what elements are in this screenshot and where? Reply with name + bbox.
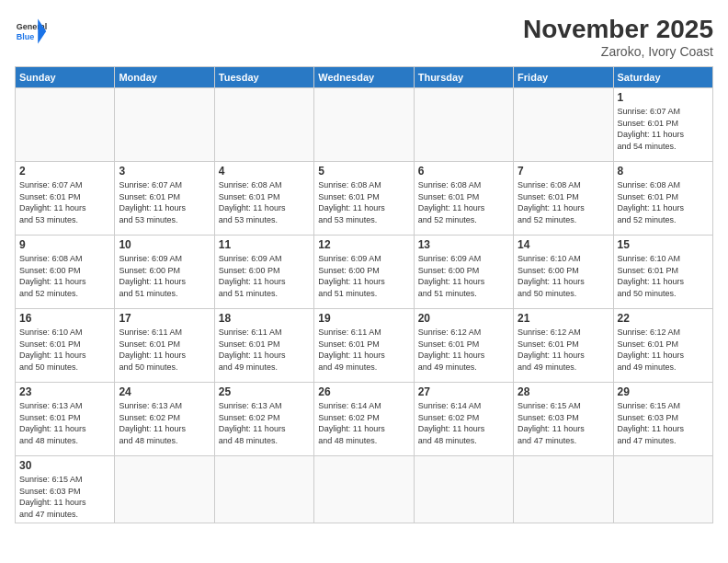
day-cell: 1Sunrise: 6:07 AMSunset: 6:01 PMDaylight… (613, 88, 712, 162)
day-cell (514, 88, 613, 162)
day-info: Sunrise: 6:10 AMSunset: 6:01 PMDaylight:… (618, 253, 709, 299)
day-number: 25 (219, 385, 310, 398)
day-number: 27 (418, 385, 509, 398)
day-info: Sunrise: 6:10 AMSunset: 6:01 PMDaylight:… (19, 327, 110, 373)
day-cell (314, 88, 414, 162)
week-row-3: 9Sunrise: 6:08 AMSunset: 6:00 PMDaylight… (16, 236, 713, 309)
day-cell: 21Sunrise: 6:12 AMSunset: 6:01 PMDayligh… (514, 309, 613, 383)
day-info: Sunrise: 6:08 AMSunset: 6:01 PMDaylight:… (418, 179, 509, 225)
day-info: Sunrise: 6:14 AMSunset: 6:02 PMDaylight:… (418, 400, 509, 446)
day-info: Sunrise: 6:09 AMSunset: 6:00 PMDaylight:… (219, 253, 310, 299)
day-number: 8 (618, 165, 709, 178)
day-number: 2 (19, 165, 110, 178)
day-info: Sunrise: 6:08 AMSunset: 6:01 PMDaylight:… (618, 179, 709, 225)
day-cell: 9Sunrise: 6:08 AMSunset: 6:00 PMDaylight… (16, 236, 115, 309)
day-info: Sunrise: 6:13 AMSunset: 6:02 PMDaylight:… (219, 400, 310, 446)
day-header-sunday: Sunday (16, 67, 115, 88)
day-number: 15 (618, 238, 709, 251)
day-info: Sunrise: 6:15 AMSunset: 6:03 PMDaylight:… (518, 400, 609, 446)
day-cell: 23Sunrise: 6:13 AMSunset: 6:01 PMDayligh… (16, 383, 115, 456)
svg-text:Blue: Blue (17, 32, 35, 41)
day-info: Sunrise: 6:14 AMSunset: 6:02 PMDaylight:… (318, 400, 409, 446)
day-number: 14 (518, 238, 609, 251)
day-info: Sunrise: 6:08 AMSunset: 6:00 PMDaylight:… (19, 253, 110, 299)
day-cell: 2Sunrise: 6:07 AMSunset: 6:01 PMDaylight… (16, 162, 115, 236)
day-info: Sunrise: 6:10 AMSunset: 6:00 PMDaylight:… (518, 253, 609, 299)
week-row-6: 30Sunrise: 6:15 AMSunset: 6:03 PMDayligh… (16, 456, 713, 523)
day-info: Sunrise: 6:09 AMSunset: 6:00 PMDaylight:… (318, 253, 409, 299)
day-info: Sunrise: 6:11 AMSunset: 6:01 PMDaylight:… (318, 327, 409, 373)
day-number: 20 (418, 312, 509, 325)
day-cell (613, 456, 712, 523)
day-cell: 8Sunrise: 6:08 AMSunset: 6:01 PMDaylight… (613, 162, 712, 236)
day-info: Sunrise: 6:09 AMSunset: 6:00 PMDaylight:… (119, 253, 210, 299)
day-number: 6 (418, 165, 509, 178)
day-header-thursday: Thursday (414, 67, 513, 88)
day-cell: 25Sunrise: 6:13 AMSunset: 6:02 PMDayligh… (214, 383, 313, 456)
day-number: 10 (119, 238, 210, 251)
day-number: 11 (219, 238, 310, 251)
day-cell (115, 88, 214, 162)
day-cell: 16Sunrise: 6:10 AMSunset: 6:01 PMDayligh… (16, 309, 115, 383)
day-cell (16, 88, 115, 162)
day-cell: 11Sunrise: 6:09 AMSunset: 6:00 PMDayligh… (214, 236, 313, 309)
day-cell: 26Sunrise: 6:14 AMSunset: 6:02 PMDayligh… (314, 383, 414, 456)
day-number: 23 (19, 385, 110, 398)
day-info: Sunrise: 6:08 AMSunset: 6:01 PMDaylight:… (219, 179, 310, 225)
day-info: Sunrise: 6:11 AMSunset: 6:01 PMDaylight:… (119, 327, 210, 373)
day-cell: 14Sunrise: 6:10 AMSunset: 6:00 PMDayligh… (514, 236, 613, 309)
location: Zaroko, Ivory Coast (523, 44, 713, 59)
day-info: Sunrise: 6:12 AMSunset: 6:01 PMDaylight:… (518, 327, 609, 373)
day-info: Sunrise: 6:13 AMSunset: 6:01 PMDaylight:… (19, 400, 110, 446)
day-cell: 30Sunrise: 6:15 AMSunset: 6:03 PMDayligh… (16, 456, 115, 523)
day-info: Sunrise: 6:09 AMSunset: 6:00 PMDaylight:… (418, 253, 509, 299)
day-cell: 13Sunrise: 6:09 AMSunset: 6:00 PMDayligh… (414, 236, 513, 309)
day-cell: 24Sunrise: 6:13 AMSunset: 6:02 PMDayligh… (115, 383, 214, 456)
page-header: General Blue November 2025 Zaroko, Ivory… (15, 15, 713, 59)
day-cell: 29Sunrise: 6:15 AMSunset: 6:03 PMDayligh… (613, 383, 712, 456)
day-header-saturday: Saturday (613, 67, 712, 88)
day-cell (414, 88, 513, 162)
day-cell (214, 88, 313, 162)
day-info: Sunrise: 6:08 AMSunset: 6:01 PMDaylight:… (518, 179, 609, 225)
day-number: 30 (19, 459, 110, 472)
day-cell: 3Sunrise: 6:07 AMSunset: 6:01 PMDaylight… (115, 162, 214, 236)
day-number: 19 (318, 312, 409, 325)
day-number: 7 (518, 165, 609, 178)
day-cell: 22Sunrise: 6:12 AMSunset: 6:01 PMDayligh… (613, 309, 712, 383)
day-cell (214, 456, 313, 523)
day-cell: 6Sunrise: 6:08 AMSunset: 6:01 PMDaylight… (414, 162, 513, 236)
day-info: Sunrise: 6:07 AMSunset: 6:01 PMDaylight:… (119, 179, 210, 225)
day-cell: 18Sunrise: 6:11 AMSunset: 6:01 PMDayligh… (214, 309, 313, 383)
day-number: 17 (119, 312, 210, 325)
day-number: 26 (318, 385, 409, 398)
day-number: 28 (518, 385, 609, 398)
day-info: Sunrise: 6:13 AMSunset: 6:02 PMDaylight:… (119, 400, 210, 446)
day-cell: 12Sunrise: 6:09 AMSunset: 6:00 PMDayligh… (314, 236, 414, 309)
calendar-table: SundayMondayTuesdayWednesdayThursdayFrid… (15, 66, 713, 523)
week-row-5: 23Sunrise: 6:13 AMSunset: 6:01 PMDayligh… (16, 383, 713, 456)
day-info: Sunrise: 6:15 AMSunset: 6:03 PMDaylight:… (19, 474, 110, 520)
day-info: Sunrise: 6:12 AMSunset: 6:01 PMDaylight:… (618, 327, 709, 373)
day-number: 22 (618, 312, 709, 325)
day-cell: 15Sunrise: 6:10 AMSunset: 6:01 PMDayligh… (613, 236, 712, 309)
day-info: Sunrise: 6:11 AMSunset: 6:01 PMDaylight:… (219, 327, 310, 373)
day-header-tuesday: Tuesday (214, 67, 313, 88)
day-number: 4 (219, 165, 310, 178)
day-info: Sunrise: 6:08 AMSunset: 6:01 PMDaylight:… (318, 179, 409, 225)
day-cell: 27Sunrise: 6:14 AMSunset: 6:02 PMDayligh… (414, 383, 513, 456)
day-cell (514, 456, 613, 523)
day-number: 24 (119, 385, 210, 398)
day-cell: 20Sunrise: 6:12 AMSunset: 6:01 PMDayligh… (414, 309, 513, 383)
day-number: 16 (19, 312, 110, 325)
month-title: November 2025 (523, 15, 713, 44)
logo-icon: General Blue (15, 15, 48, 48)
day-cell (414, 456, 513, 523)
day-cell (115, 456, 214, 523)
day-number: 5 (318, 165, 409, 178)
day-number: 12 (318, 238, 409, 251)
week-row-2: 2Sunrise: 6:07 AMSunset: 6:01 PMDaylight… (16, 162, 713, 236)
day-cell: 28Sunrise: 6:15 AMSunset: 6:03 PMDayligh… (514, 383, 613, 456)
day-number: 18 (219, 312, 310, 325)
day-number: 9 (19, 238, 110, 251)
